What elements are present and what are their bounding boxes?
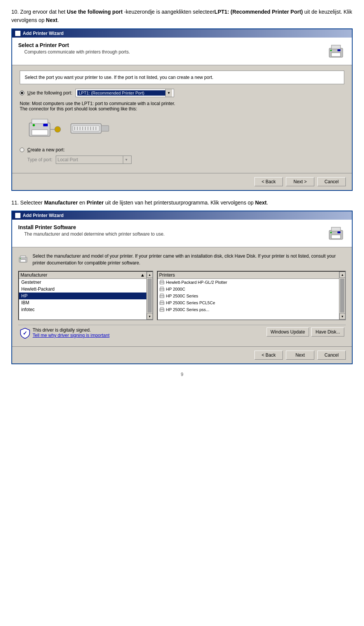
list-item-hp2500c-pcl5ce[interactable]: HP 2500C Series PCL5Ce: [158, 299, 339, 306]
step10-text: 10. Zorg ervoor dat het: [11, 9, 67, 15]
svg-point-28: [330, 232, 332, 233]
wizard1-note: Note: Most computers use the LPT1: port …: [20, 101, 344, 112]
list-item-hewlett-packard[interactable]: Hewlett-Packard: [19, 286, 146, 293]
wizard1-radio-group: Use the following port: LPT1: (Recommend…: [20, 89, 344, 164]
wizard2-title: Add Printer Wizard: [23, 213, 64, 218]
wizard2-have-disk-button[interactable]: Have Disk...: [311, 327, 344, 337]
wizard1-printer-icon: [326, 42, 346, 60]
svg-rect-6: [32, 119, 48, 124]
svg-rect-47: [160, 310, 163, 311]
list-item-hp[interactable]: HP: [19, 293, 146, 299]
wizard2-windows-update-button[interactable]: Windows Update: [267, 327, 309, 337]
wizard1-radio1-row: Use the following port: LPT1: (Recommend…: [20, 89, 344, 97]
step11-text1: 11. Selecteer: [11, 200, 44, 206]
wizard2-manufacturer-label: Manufacturer: [20, 272, 47, 278]
wizard1-port-type-dropdown: Local Port ▼: [56, 156, 132, 164]
wizard2-manufacturer-scroll-down-btn[interactable]: ▼: [147, 313, 153, 319]
wizard1-image-row: [27, 115, 337, 142]
wizard1-port-dropdown[interactable]: LPT1: (Recommended Printer Port) ▼: [75, 89, 174, 97]
svg-point-32: [20, 258, 20, 259]
wizard2-driver-buttons: Windows Update Have Disk...: [267, 327, 344, 337]
wizard2-manufacturer-scroll-up[interactable]: ▲: [140, 272, 145, 278]
wizard2-manufacturer-inner: Manufacturer ▲ Gestetner Hewlett-Packard…: [19, 272, 146, 319]
wizard2-printers-list: Printers Hewlett-Packard HP-GL/2 Plotter…: [157, 271, 346, 320]
wizard2-info-row: Select the manufacturer and model of you…: [18, 253, 346, 266]
wizard1-connector-img: [69, 118, 111, 139]
svg-rect-1: [331, 45, 340, 49]
wizard2-printers-col: Printers Hewlett-Packard HP-GL/2 Plotter…: [157, 271, 346, 320]
wizard2-manufacturer-scroll-thumb[interactable]: [147, 278, 152, 313]
list-item-infotec[interactable]: infotec: [19, 306, 146, 313]
printer-list-icon-3: [159, 293, 165, 299]
wizard2-signed-text-block: This driver is digitally signed. Tell me…: [33, 327, 110, 338]
wizard2-printers-scroll-thumb[interactable]: [340, 278, 344, 313]
wizard1-port-arrow[interactable]: ▼: [165, 89, 172, 97]
wizard2-header-title: Install Printer Software: [18, 224, 165, 230]
wizard2-signed-row: ✓ This driver is digitally signed. Tell …: [18, 325, 346, 341]
svg-point-4: [330, 50, 332, 51]
wizard2-printers-label: Printers: [159, 272, 175, 278]
list-item-ibm[interactable]: IBM: [19, 299, 146, 306]
wizard2-manufacturer-scroll-up-btn[interactable]: ▲: [147, 272, 153, 278]
wizard2-manufacturer-header: Manufacturer ▲: [19, 272, 146, 279]
page-number: 9: [11, 372, 353, 377]
wizard1-radio2[interactable]: [20, 148, 24, 152]
step11-bold3: Next: [255, 200, 267, 206]
printer-list-icon-5: [159, 307, 165, 312]
svg-rect-31: [20, 260, 26, 262]
svg-rect-38: [160, 289, 163, 291]
wizard2-signed-link[interactable]: Tell me why driver signing is important: [33, 333, 110, 338]
step11-text3: uit de lijsten van het printerstuurprogr…: [104, 200, 255, 206]
wizard1-header: Select a Printer Port Computers communic…: [12, 38, 352, 65]
list-item-hp-gl2[interactable]: Hewlett-Packard HP-GL/2 Plotter: [158, 279, 339, 286]
wizard2-cancel-button[interactable]: Cancel: [317, 351, 346, 360]
svg-rect-2: [331, 53, 340, 57]
wizard2-title-icon: [15, 213, 20, 218]
svg-rect-30: [20, 256, 26, 258]
wizard1-local-port: Local Port: [58, 157, 78, 162]
list-item-hp2500c-pss[interactable]: HP 2500C Series pss...: [158, 306, 339, 313]
list-item-gestetner[interactable]: Gestetner: [19, 279, 146, 286]
wizard2-header-subtitle: The manufacturer and model determine whi…: [24, 231, 165, 237]
wizard1-radio1[interactable]: [20, 91, 24, 95]
wizard1-next-button[interactable]: Next >: [286, 177, 314, 186]
svg-rect-9: [43, 124, 48, 126]
wizard2-manufacturer-scrolltrack: ▲ ▼: [146, 272, 152, 319]
wizard2-signed-icon: ✓: [20, 327, 30, 339]
wizard2-next-button[interactable]: Next: [286, 351, 314, 360]
svg-rect-43: [160, 300, 163, 302]
step10-bold2: LPT1: (Recommended Printer Port): [214, 9, 303, 15]
wizard2-printers-scroll-up-btn[interactable]: ▲: [339, 272, 345, 278]
svg-point-8: [33, 124, 35, 126]
step11-text4: .: [267, 200, 268, 206]
wizard2-header: Install Printer Software The manufacture…: [12, 220, 352, 247]
wizard1-titlebar: Add Printer Wizard: [12, 29, 352, 38]
step11-bold1: Manufacturer: [44, 200, 78, 206]
wizard1-back-button[interactable]: < Back: [254, 177, 283, 186]
wizard1-radio2-row: Create a new port:: [20, 147, 344, 153]
wizard1-header-title: Select a Printer Port: [18, 42, 130, 48]
svg-rect-7: [32, 130, 48, 135]
wizard1-printer-img: [27, 115, 61, 142]
step10-text4: .: [57, 17, 59, 23]
wizard1-window: Add Printer Wizard Select a Printer Port…: [11, 28, 353, 191]
wizard2-window: Add Printer Wizard Install Printer Softw…: [11, 211, 353, 364]
list-item-hp2000c[interactable]: HP 2000C: [158, 286, 339, 293]
wizard1-footer: < Back Next > Cancel: [12, 173, 352, 190]
page-content: 10. Zorg ervoor dat het Use the followin…: [11, 8, 353, 377]
svg-rect-13: [73, 126, 99, 131]
wizard2-manufacturer-list: Manufacturer ▲ Gestetner Hewlett-Packard…: [18, 271, 153, 320]
wizard2-printer-small-icon: [18, 253, 28, 266]
svg-point-11: [55, 126, 61, 132]
wizard2-printers-scroll-down-btn[interactable]: ▼: [339, 313, 345, 319]
wizard1-port-type-arrow: ▼: [123, 156, 130, 164]
svg-rect-25: [331, 227, 340, 231]
svg-rect-27: [337, 231, 340, 233]
wizard2-footer: < Back Next Cancel: [12, 346, 352, 363]
wizard1-cancel-button[interactable]: Cancel: [317, 177, 346, 186]
wizard2-back-button[interactable]: < Back: [254, 351, 283, 360]
list-item-hp2500c[interactable]: HP 2500C Series: [158, 293, 339, 299]
printer-list-icon-4: [159, 300, 165, 305]
printer-list-icon-2: [159, 286, 165, 292]
step10-paragraph: 10. Zorg ervoor dat het Use the followin…: [11, 8, 353, 25]
